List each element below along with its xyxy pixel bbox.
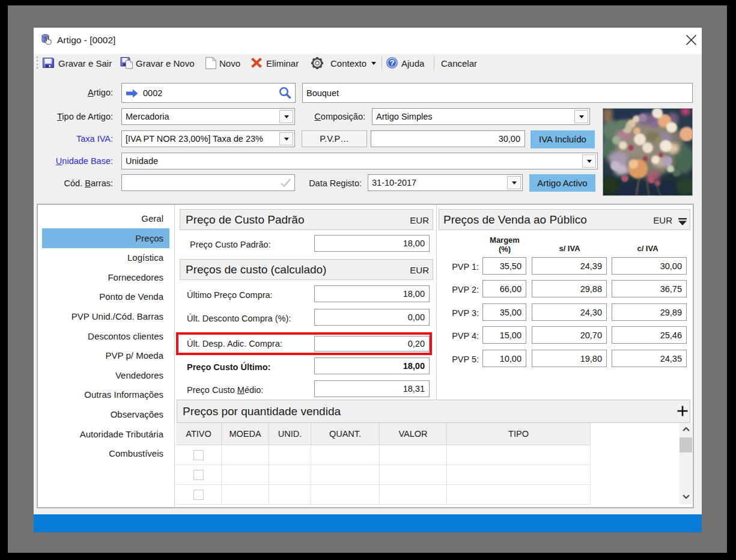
svg-text:?: ? [389, 58, 394, 67]
